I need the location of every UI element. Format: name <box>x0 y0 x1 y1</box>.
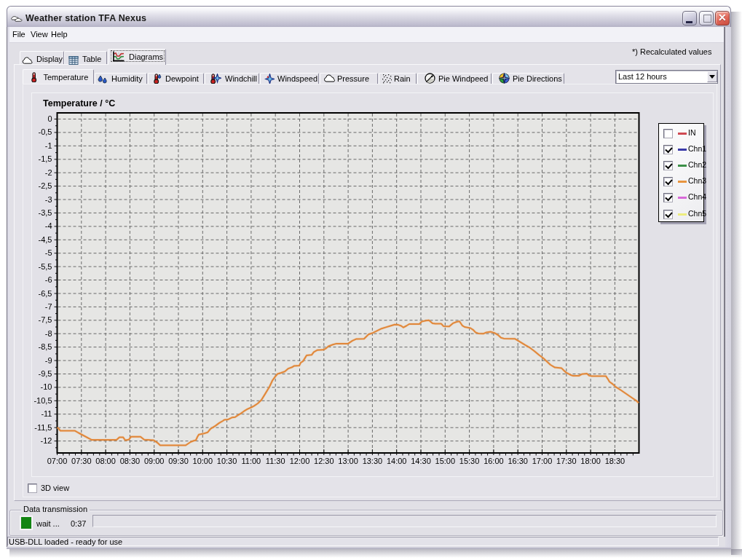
svg-text:15:00: 15:00 <box>435 457 456 465</box>
svg-text:08:00: 08:00 <box>95 457 116 465</box>
svg-text:16:00: 16:00 <box>484 457 504 465</box>
svg-text:14:00: 14:00 <box>387 457 407 465</box>
svg-text:09:00: 09:00 <box>144 457 165 465</box>
svg-text:11:00: 11:00 <box>242 457 261 465</box>
svg-text:07:30: 07:30 <box>71 457 92 465</box>
svg-text:-11,5: -11,5 <box>34 423 52 432</box>
svg-text:07:00: 07:00 <box>47 457 68 465</box>
svg-text:-8,5: -8,5 <box>39 342 52 351</box>
svg-text:17:00: 17:00 <box>532 457 553 465</box>
svg-text:18:30: 18:30 <box>605 457 625 465</box>
svg-text:12:30: 12:30 <box>314 457 334 465</box>
svg-text:13:30: 13:30 <box>363 457 383 465</box>
svg-text:-2: -2 <box>45 168 52 177</box>
svg-text:-11: -11 <box>41 409 52 418</box>
svg-text:-1: -1 <box>45 141 52 150</box>
svg-text:09:30: 09:30 <box>168 457 189 465</box>
svg-text:-9,5: -9,5 <box>39 369 52 378</box>
svg-text:-4: -4 <box>45 221 52 230</box>
svg-text:13:00: 13:00 <box>338 457 358 465</box>
svg-text:08:30: 08:30 <box>120 457 141 465</box>
svg-text:-0,5: -0,5 <box>39 127 52 136</box>
svg-text:-10,5: -10,5 <box>33 396 52 405</box>
svg-text:10:00: 10:00 <box>193 457 213 465</box>
svg-text:14:30: 14:30 <box>411 457 431 465</box>
svg-text:0: 0 <box>47 114 52 123</box>
svg-text:16:30: 16:30 <box>508 457 528 465</box>
svg-text:-5,5: -5,5 <box>39 262 52 271</box>
svg-text:10:30: 10:30 <box>217 457 237 465</box>
svg-text:-4,5: -4,5 <box>39 235 52 244</box>
svg-text:-6,5: -6,5 <box>39 289 52 298</box>
svg-text:12:00: 12:00 <box>290 457 310 465</box>
svg-text:-12: -12 <box>41 436 52 445</box>
svg-text:-3,5: -3,5 <box>39 208 52 217</box>
svg-text:11:30: 11:30 <box>266 457 285 465</box>
svg-text:-5: -5 <box>45 248 52 257</box>
svg-text:17:30: 17:30 <box>556 457 577 465</box>
svg-text:15:30: 15:30 <box>459 457 480 465</box>
svg-text:-1,5: -1,5 <box>39 154 52 163</box>
svg-text:-3: -3 <box>45 195 52 204</box>
svg-text:-10: -10 <box>41 382 52 391</box>
svg-text:-7: -7 <box>45 302 52 311</box>
svg-text:18:00: 18:00 <box>580 457 601 465</box>
svg-text:-2,5: -2,5 <box>39 181 52 190</box>
svg-text:-6: -6 <box>45 275 52 284</box>
svg-text:-8: -8 <box>45 329 52 338</box>
svg-text:-9: -9 <box>45 356 52 365</box>
svg-text:-7,5: -7,5 <box>39 315 52 324</box>
